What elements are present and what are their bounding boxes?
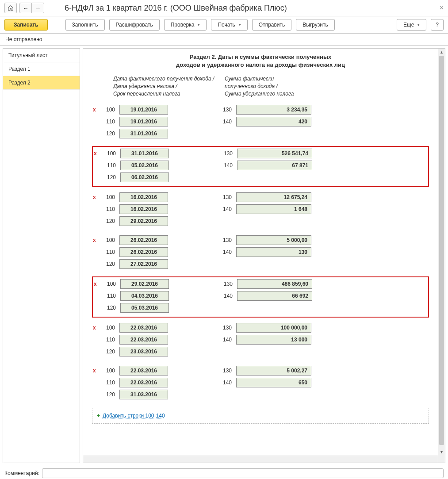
sidebar-tab-1[interactable]: Раздел 1 xyxy=(3,62,80,76)
data-block-2: x10016.02.201613012 675,2411016.02.20161… xyxy=(92,191,429,230)
delete-icon[interactable]: x xyxy=(94,150,97,157)
row-110: 11026.02.2016140130 xyxy=(94,247,427,257)
field-130-amount[interactable]: 5 000,00 xyxy=(236,235,311,245)
delete-icon[interactable]: x xyxy=(93,107,96,113)
field-130-amount[interactable]: 12 675,24 xyxy=(236,192,311,202)
row-120: 12006.02.2016 xyxy=(95,172,426,182)
code-130: 130 xyxy=(218,281,233,287)
scroll-down-icon: ▼ xyxy=(438,448,445,456)
code-110: 110 xyxy=(100,379,115,386)
field-100-date[interactable]: 19.01.2016 xyxy=(119,105,168,115)
sidebar-tab-0[interactable]: Титульный лист xyxy=(3,49,80,62)
field-110-date[interactable]: 04.03.2016 xyxy=(120,291,169,301)
scroll-thumb[interactable] xyxy=(439,56,444,445)
field-100-date[interactable]: 22.03.2016 xyxy=(119,323,168,333)
row-120: 12031.01.2016 xyxy=(94,129,427,138)
section-title-line1: Раздел 2. Даты и суммы фактически получе… xyxy=(190,54,332,60)
close-button[interactable]: × xyxy=(440,4,444,12)
save-button[interactable]: Записать xyxy=(4,19,48,31)
field-140-amount[interactable]: 1 648 xyxy=(236,204,311,214)
code-110: 110 xyxy=(100,337,115,343)
field-120-date[interactable]: 27.02.2016 xyxy=(119,259,168,269)
scrollbar-horizontal[interactable] xyxy=(83,456,438,463)
decode-button[interactable]: Расшифровать xyxy=(109,19,160,31)
field-120-date[interactable]: 23.03.2016 xyxy=(119,347,168,356)
field-140-amount[interactable]: 650 xyxy=(236,378,311,387)
field-140-amount[interactable]: 13 000 xyxy=(236,335,311,345)
field-110-date[interactable]: 22.03.2016 xyxy=(119,335,168,345)
code-100: 100 xyxy=(100,107,115,113)
forward-button[interactable]: → xyxy=(32,3,44,13)
row-120: 12023.03.2016 xyxy=(94,347,427,356)
export-button[interactable]: Выгрузить xyxy=(296,19,335,31)
more-button[interactable]: Еще xyxy=(397,19,426,31)
field-100-date[interactable]: 16.02.2016 xyxy=(119,192,168,202)
row-120: 12005.03.2016 xyxy=(95,303,426,313)
code-110: 110 xyxy=(100,206,115,212)
code-140: 140 xyxy=(218,162,233,169)
field-130-amount[interactable]: 100 000,00 xyxy=(236,323,311,333)
row-110: 11005.02.201614067 871 xyxy=(95,161,426,170)
row-100: x10026.02.20161305 000,00 xyxy=(94,235,427,245)
row-120: 12031.03.2016 xyxy=(94,390,427,399)
delete-icon[interactable]: x xyxy=(93,194,96,200)
code-100: 100 xyxy=(100,194,115,200)
field-110-date[interactable]: 22.03.2016 xyxy=(119,378,168,387)
field-130-amount[interactable]: 486 859,60 xyxy=(237,279,312,289)
row-110: 11016.02.20161401 648 xyxy=(94,204,427,214)
row-100: x10031.01.2016130526 541,74 xyxy=(95,149,426,158)
field-100-date[interactable]: 22.03.2016 xyxy=(119,366,168,376)
field-120-date[interactable]: 31.01.2016 xyxy=(119,129,168,138)
column-headers: Дата фактического получения дохода /Дата… xyxy=(92,75,429,97)
add-link-text: Добавить строки 100-140 xyxy=(103,413,165,419)
field-110-date[interactable]: 19.01.2016 xyxy=(119,117,168,126)
nav-group: ← → xyxy=(19,3,44,13)
field-120-date[interactable]: 05.03.2016 xyxy=(120,303,169,313)
scrollbar-vertical[interactable]: ▲ ▼ xyxy=(438,49,445,463)
field-130-amount[interactable]: 526 541,74 xyxy=(237,149,312,158)
field-120-date[interactable]: 06.02.2016 xyxy=(120,172,169,182)
field-100-date[interactable]: 31.01.2016 xyxy=(120,149,169,158)
code-130: 130 xyxy=(217,194,232,200)
check-button[interactable]: Проверка xyxy=(164,19,207,31)
arrow-right-icon: → xyxy=(35,5,41,11)
field-130-amount[interactable]: 3 234,35 xyxy=(236,105,311,115)
field-110-date[interactable]: 05.02.2016 xyxy=(120,161,169,170)
code-120: 120 xyxy=(101,174,116,180)
print-button[interactable]: Печать xyxy=(211,19,247,31)
field-140-amount[interactable]: 66 692 xyxy=(237,291,312,301)
send-button[interactable]: Отправить xyxy=(252,19,292,31)
comment-input[interactable] xyxy=(42,468,444,478)
code-110: 110 xyxy=(101,293,116,299)
code-140: 140 xyxy=(217,249,232,255)
delete-icon[interactable]: x xyxy=(94,281,97,287)
field-120-date[interactable]: 29.02.2016 xyxy=(119,216,168,226)
field-140-amount[interactable]: 130 xyxy=(236,247,311,257)
field-100-date[interactable]: 29.02.2016 xyxy=(120,279,169,289)
field-140-amount[interactable]: 420 xyxy=(236,117,311,126)
field-140-amount[interactable]: 67 871 xyxy=(237,161,312,170)
fill-button[interactable]: Заполнить xyxy=(65,19,105,31)
add-rows-link[interactable]: + Добавить строки 100-140 xyxy=(92,408,429,424)
code-120: 120 xyxy=(100,261,115,267)
sidebar-tab-2[interactable]: Раздел 2 xyxy=(3,76,80,90)
code-100: 100 xyxy=(100,325,115,331)
row-110: 11022.03.2016140650 xyxy=(94,378,427,387)
row-110: 11022.03.201614013 000 xyxy=(94,335,427,345)
code-130: 130 xyxy=(217,325,232,331)
field-120-date[interactable]: 31.03.2016 xyxy=(119,390,168,399)
row-120: 12029.02.2016 xyxy=(94,216,427,226)
status-bar: Не отправлено xyxy=(0,34,448,46)
field-130-amount[interactable]: 5 002,27 xyxy=(236,366,311,376)
home-button[interactable] xyxy=(4,3,17,13)
delete-icon[interactable]: x xyxy=(93,237,96,243)
delete-icon[interactable]: x xyxy=(93,368,96,374)
field-110-date[interactable]: 16.02.2016 xyxy=(119,204,168,214)
back-button[interactable]: ← xyxy=(19,3,32,13)
plus-icon: + xyxy=(97,413,100,419)
field-100-date[interactable]: 26.02.2016 xyxy=(119,235,168,245)
help-button[interactable]: ? xyxy=(431,19,444,31)
delete-icon[interactable]: x xyxy=(93,325,96,331)
code-130: 130 xyxy=(217,237,232,243)
field-110-date[interactable]: 26.02.2016 xyxy=(119,247,168,257)
